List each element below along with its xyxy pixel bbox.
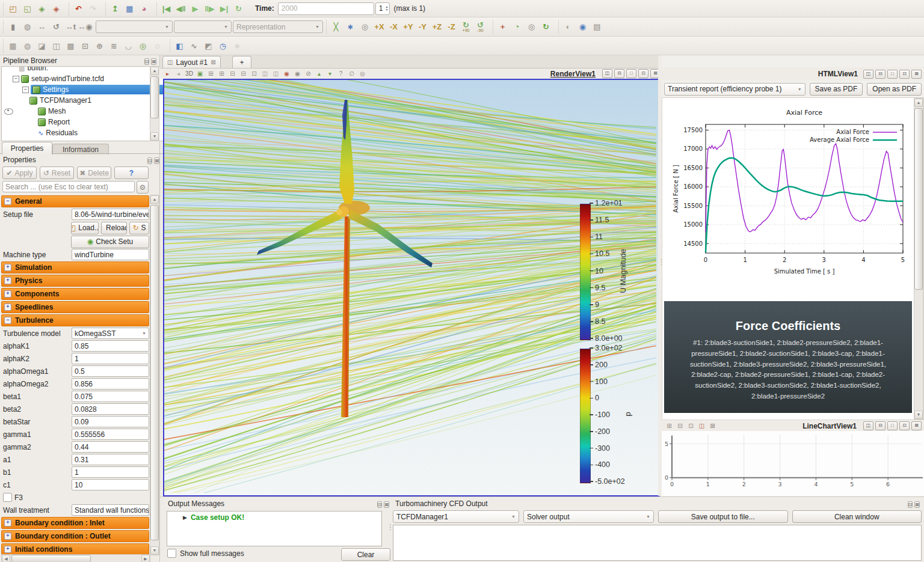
view-minus-y-icon[interactable]: -Y xyxy=(416,20,430,34)
save-as-pdf-button[interactable]: Save as PDF xyxy=(810,83,863,96)
zoom-to-box-icon[interactable]: ◎ xyxy=(358,20,372,34)
properties-scrollbar[interactable]: ▲▼ xyxy=(150,195,159,555)
center-rotation-icon[interactable]: + xyxy=(496,20,510,34)
three-d-toggle-icon[interactable]: 3D xyxy=(184,70,194,78)
view-minus-z-icon[interactable]: -Z xyxy=(445,20,458,34)
select-points-through-icon[interactable]: ⊟ xyxy=(238,70,248,78)
close-button[interactable]: ⊠ xyxy=(151,58,156,65)
edit-color-legend-icon[interactable]: ▦ xyxy=(123,2,137,16)
open-recent-icon[interactable]: ◱ xyxy=(20,2,34,16)
section-general[interactable]: −General xyxy=(1,195,149,207)
rotate-90-cw-icon[interactable]: ↻+90 xyxy=(459,20,473,34)
gamma1-field[interactable]: 0.555556 xyxy=(72,429,149,440)
grow-selection-icon[interactable]: ▴ xyxy=(314,70,324,78)
rescale-temporal-range-icon[interactable]: ↔t xyxy=(64,20,78,34)
time-value-input[interactable]: 2000 xyxy=(278,2,374,15)
group-datasets-icon[interactable]: ◎ xyxy=(136,39,150,53)
adjust-camera-icon[interactable]: ◎ xyxy=(525,20,538,34)
scroll-thumb[interactable] xyxy=(11,555,91,562)
contour-icon[interactable]: ◍ xyxy=(20,39,34,53)
rotate-90-ccw-icon[interactable]: ↺-90 xyxy=(473,20,487,34)
connectivity-icon[interactable]: ◌ xyxy=(150,39,164,53)
scroll-up-button[interactable]: ▲ xyxy=(150,195,159,204)
select-block-icon[interactable]: ⊡ xyxy=(249,70,259,78)
record-animation-icon[interactable]: ◉ xyxy=(576,20,590,34)
view-plus-y-icon[interactable]: +Y xyxy=(401,20,415,34)
f3-checkbox[interactable] xyxy=(3,493,12,502)
line-chart-view[interactable]: 050123456 xyxy=(662,431,924,496)
tree-expander-icon[interactable]: − xyxy=(22,87,29,93)
split-horizontal-button[interactable]: ◫ xyxy=(863,421,873,430)
extract-block-icon[interactable]: ◧ xyxy=(173,39,186,53)
wall-treatment-combo[interactable]: Standard wall functions▼ xyxy=(72,504,149,516)
save-state-icon[interactable]: ◈ xyxy=(49,2,63,16)
popout-button[interactable]: ⊡ xyxy=(638,69,648,78)
export-chart-icon[interactable]: ⊞ xyxy=(664,422,674,430)
color-by-combo[interactable]: ▼ xyxy=(96,20,173,33)
undock-button[interactable]: ⊡ xyxy=(147,157,153,164)
open-as-pdf-button[interactable]: Open as PDF xyxy=(867,83,922,96)
select-custom-box-icon[interactable]: ? xyxy=(336,70,346,78)
maximize-button[interactable]: □ xyxy=(887,70,898,79)
scroll-down-button[interactable]: ▼ xyxy=(150,546,159,555)
split-horizontal-button[interactable]: ◫ xyxy=(863,70,873,79)
tcfd-manager-combo[interactable]: TCFDManager1 ▼ xyxy=(393,510,519,523)
load-button[interactable]: ◰Load... xyxy=(71,222,99,234)
orientation-axes-icon[interactable]: ◔ xyxy=(510,20,524,34)
visibility-eye-icon[interactable] xyxy=(4,108,13,115)
reset-display-icon[interactable]: ◎ xyxy=(357,70,368,78)
b1-field[interactable]: 1 xyxy=(72,466,149,478)
scroll-up-button[interactable]: ▲ xyxy=(914,99,923,107)
expand-icon[interactable]: + xyxy=(4,277,11,284)
clean-window-button[interactable]: Clean window xyxy=(792,510,922,523)
scroll-thumb[interactable] xyxy=(150,76,159,118)
loop-icon[interactable]: ↻ xyxy=(232,2,245,16)
tab-properties[interactable]: Properties xyxy=(2,142,52,154)
hover-cells-icon[interactable]: ◉ xyxy=(282,70,292,78)
check-setup-button[interactable]: ◉Check Setu xyxy=(71,236,149,248)
expand-icon[interactable]: + xyxy=(4,264,11,271)
alphaOmega2-field[interactable]: 0.856 xyxy=(72,378,149,389)
section-components[interactable]: +Components xyxy=(1,288,149,300)
section-bc-outlet[interactable]: +Boundary condition : Outlet xyxy=(1,530,149,542)
plot-data-over-time-icon[interactable]: ◷ xyxy=(216,39,230,53)
scroll-left-button[interactable]: ◀ xyxy=(2,555,10,562)
reset-button[interactable]: ↺Reset xyxy=(40,166,74,179)
save-setup-button[interactable]: ↻S xyxy=(129,222,149,234)
rescale-visible-range-icon[interactable]: ↔◉ xyxy=(78,20,92,34)
clear-selection-icon[interactable]: ⊘ xyxy=(303,70,313,78)
undock-button[interactable]: ⊡ xyxy=(908,501,913,508)
select-points-on-icon[interactable]: ⊞ xyxy=(217,70,227,78)
bottom-splitter[interactable] xyxy=(387,497,390,562)
camera-undo-icon[interactable]: ◂ xyxy=(173,70,183,78)
delete-button[interactable]: ✖Delete xyxy=(77,166,111,179)
show-full-messages-checkbox[interactable] xyxy=(167,549,176,558)
section-turbulence[interactable]: −Turbulence xyxy=(1,314,149,326)
machine-type-field[interactable]: windTurbine xyxy=(72,249,149,260)
setup-file-field[interactable]: 8.06-5/wind-turbine/eveningTest/se xyxy=(72,209,149,220)
view-plus-z-icon[interactable]: +Z xyxy=(430,20,444,34)
zoom-to-data-icon[interactable]: ∗ xyxy=(343,20,357,34)
search-options-button[interactable]: ⚙ xyxy=(137,181,149,194)
play-icon[interactable]: ▶ xyxy=(188,2,202,16)
scroll-thumb[interactable] xyxy=(150,205,159,540)
split-vertical-button[interactable]: ⊟ xyxy=(875,421,886,430)
solver-output-combo[interactable]: Solver output ▼ xyxy=(523,510,654,523)
search-input[interactable] xyxy=(2,181,135,192)
view-minus-x-icon[interactable]: -X xyxy=(387,20,401,34)
render-viewport[interactable]: 1.2e+0111.51110.5109.598.58.0e+00U Magni… xyxy=(163,79,660,496)
pipeline-scrollbar[interactable]: ▲▼ xyxy=(150,66,159,141)
expand-icon[interactable]: + xyxy=(4,304,11,311)
undock-button[interactable]: ⊡ xyxy=(144,58,150,65)
maximize-button[interactable]: □ xyxy=(626,69,636,78)
select-cells-on-icon[interactable]: ⊞ xyxy=(206,70,216,78)
html-view-scrollbar[interactable]: ▲▼ xyxy=(914,98,923,420)
load-state-icon[interactable]: ◈ xyxy=(35,2,49,16)
toggle-color-legend-icon[interactable]: ▮ xyxy=(6,20,20,34)
interactive-select-cells-icon[interactable]: ◫ xyxy=(260,70,270,78)
a1-field[interactable]: 0.31 xyxy=(72,454,149,465)
clear-button[interactable]: Clear xyxy=(341,548,390,561)
hover-points-icon[interactable]: ◉ xyxy=(292,70,303,78)
section-simulation[interactable]: +Simulation xyxy=(1,261,149,273)
layout-tab-close-icon[interactable]: ⊠ xyxy=(211,59,215,66)
